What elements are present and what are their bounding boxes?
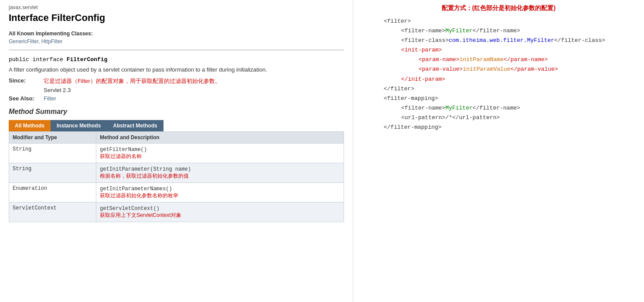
version-label xyxy=(9,87,44,93)
since-value: 它是过滤器（Filter）的配置对象，用于获取配置的过滤器初始化参数。 xyxy=(44,77,221,85)
method-sig: getInitParameterNames() xyxy=(100,186,172,192)
method-cell: getInitParameterNames() 获取过滤器初始化参数名称的枚举 xyxy=(96,183,344,202)
version-row: Servlet 2.3 xyxy=(9,87,344,93)
col-modifier: Modifier and Type xyxy=(9,132,96,144)
method-desc: 获取应用上下文ServletContext对象 xyxy=(100,212,181,218)
modifier-cell: ServletContext xyxy=(9,202,96,222)
package-name: javax.servlet xyxy=(9,4,344,10)
xml-init-param-open: <init-param> xyxy=(384,45,631,55)
xml-filter-class: <filter-class>com.itheima.web.filter.MyF… xyxy=(384,36,631,45)
see-also-value: Filter xyxy=(44,95,56,102)
method-sig: getServletContext() xyxy=(100,206,160,212)
method-desc: 根据名称，获取过滤器初始化参数的值 xyxy=(100,173,189,179)
xml-param-name: <param-name>initParamName</param-name> xyxy=(384,55,631,65)
xml-filter-close: </filter> xyxy=(384,84,631,94)
xml-filter-mapping-close: </filter-mapping> xyxy=(384,123,631,132)
method-cell: getInitParameter(String name) 根据名称，获取过滤器… xyxy=(96,163,344,183)
tab-all-methods[interactable]: All Methods xyxy=(9,120,51,131)
method-cell: getFilterName() 获取过滤器的名称 xyxy=(96,144,344,163)
meta-table: Since: 它是过滤器（Filter）的配置对象，用于获取配置的过滤器初始化参… xyxy=(9,77,344,102)
xml-fm-filter-name: <filter-name>MyFilter</filter-name> xyxy=(384,103,631,113)
table-row: ServletContext getServletContext() 获取应用上… xyxy=(9,202,344,222)
xml-filter-name: <filter-name>MyFilter</filter-name> xyxy=(384,26,631,36)
description: A filter configuration object used by a … xyxy=(9,66,344,73)
implementing-classes: GenericFilter, HttpFilter xyxy=(9,38,344,45)
interface-title: Interface FilterConfig xyxy=(9,12,344,24)
config-title: 配置方式：(红色部分是初始化参数的配置) xyxy=(366,4,631,12)
table-row: Enumeration getInitParameterNames() 获取过滤… xyxy=(9,183,344,202)
method-cell: getServletContext() 获取应用上下文ServletContex… xyxy=(96,202,344,222)
xml-filter-open: <filter> xyxy=(384,17,631,26)
method-sig: getFilterName() xyxy=(100,147,147,153)
version-value: Servlet 2.3 xyxy=(44,87,71,93)
modifier-cell: String xyxy=(9,144,96,163)
implementing-label: All Known Implementing Classes: xyxy=(9,31,344,37)
xml-init-param-close: </init-param> xyxy=(384,75,631,84)
tab-abstract-methods[interactable]: Abstract Methods xyxy=(107,120,163,131)
since-row: Since: 它是过滤器（Filter）的配置对象，用于获取配置的过滤器初始化参… xyxy=(9,77,344,85)
left-panel: javax.servlet Interface FilterConfig All… xyxy=(0,0,353,302)
method-desc: 获取过滤器初始化参数名称的枚举 xyxy=(100,192,178,199)
xml-url-pattern: <url-pattern>/*</url-pattern> xyxy=(384,113,631,123)
col-method: Method and Description xyxy=(96,132,344,144)
modifier-cell: Enumeration xyxy=(9,183,96,202)
method-summary: Method Summary All Methods Instance Meth… xyxy=(9,108,344,222)
method-summary-title: Method Summary xyxy=(9,108,344,116)
xml-param-value: <param-value>initParamValue</param-value… xyxy=(384,65,631,74)
method-tabs: All Methods Instance Methods Abstract Me… xyxy=(9,120,344,131)
right-panel: 配置方式：(红色部分是初始化参数的配置) <filter> <filter-na… xyxy=(353,0,644,302)
divider xyxy=(9,50,344,50)
see-also-label: See Also: xyxy=(9,95,44,102)
since-label: Since: xyxy=(9,77,44,85)
modifier-cell: String xyxy=(9,163,96,183)
xml-block: <filter> <filter-name>MyFilter</filter-n… xyxy=(366,17,631,132)
table-row: String getFilterName() 获取过滤器的名称 xyxy=(9,144,344,163)
code-declaration: public interface FilterConfig xyxy=(9,56,344,63)
xml-filter-mapping-open: <filter-mapping> xyxy=(384,94,631,103)
table-row: String getInitParameter(String name) 根据名… xyxy=(9,163,344,183)
method-table: Modifier and Type Method and Description… xyxy=(9,131,344,222)
method-sig: getInitParameter(String name) xyxy=(100,166,191,172)
method-desc: 获取过滤器的名称 xyxy=(100,153,142,159)
tab-instance-methods[interactable]: Instance Methods xyxy=(51,120,107,131)
see-also-row: See Also: Filter xyxy=(9,95,344,102)
